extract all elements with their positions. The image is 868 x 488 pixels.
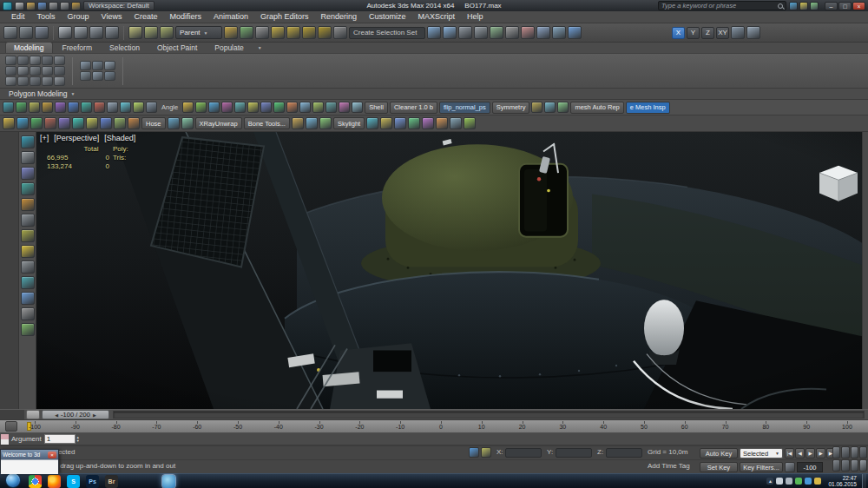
- side-tool-icon[interactable]: [21, 229, 35, 242]
- script-tool-icon[interactable]: [94, 102, 105, 113]
- script-tool-icon[interactable]: [81, 102, 92, 113]
- ribbon-tool-button[interactable]: [80, 71, 91, 81]
- side-tool-icon[interactable]: [21, 245, 35, 258]
- side-tool-icon[interactable]: [21, 276, 35, 289]
- ribbon-tab[interactable]: Modeling: [5, 42, 53, 53]
- axis-constraint-button[interactable]: XY: [716, 27, 729, 39]
- previous-frame-arrow-icon[interactable]: ◀: [55, 412, 58, 418]
- menu-item[interactable]: Help: [461, 11, 490, 23]
- ribbon-tool-button[interactable]: [17, 66, 29, 76]
- use-pivot-point-center-icon[interactable]: [224, 26, 238, 39]
- viewport-general-menu[interactable]: [+]: [40, 134, 49, 142]
- select-and-link-icon[interactable]: [3, 26, 17, 39]
- hose-button[interactable]: Hose: [141, 117, 166, 129]
- side-tool-icon[interactable]: [21, 260, 35, 274]
- render-production-icon[interactable]: [568, 26, 582, 39]
- zoom-icon[interactable]: [832, 446, 840, 458]
- menu-item[interactable]: Animation: [207, 11, 254, 23]
- script-tool-icon[interactable]: [68, 102, 79, 113]
- tray-messenger-icon[interactable]: [805, 478, 812, 485]
- side-tool-icon[interactable]: [21, 198, 35, 211]
- go-to-start-button[interactable]: |◀: [785, 448, 794, 458]
- select-and-move-icon[interactable]: [128, 26, 142, 39]
- ribbon-tool-button[interactable]: [5, 56, 16, 65]
- ribbon-tool-button[interactable]: [54, 66, 65, 76]
- containers-toolbar-icon[interactable]: [746, 26, 760, 39]
- auto-key-button[interactable]: Auto Key: [700, 448, 738, 458]
- ribbon-tool-button[interactable]: [5, 76, 16, 86]
- script-tool-icon[interactable]: [146, 102, 157, 113]
- x-coordinate-field[interactable]: [505, 448, 542, 458]
- script-tool-icon[interactable]: [352, 102, 363, 113]
- ribbon-tab[interactable]: Populate: [207, 43, 252, 53]
- menu-item[interactable]: Views: [95, 11, 128, 23]
- perspective-viewport[interactable]: [+] [Perspective] [Shaded] Total Poly: 6…: [36, 132, 862, 409]
- bone-tools-button[interactable]: Bone Tools...: [244, 117, 290, 129]
- custom-tool-icon[interactable]: [30, 117, 43, 129]
- next-frame-arrow-icon[interactable]: ▶: [93, 412, 96, 418]
- ribbon-tool-button[interactable]: [30, 66, 41, 76]
- save-file-icon[interactable]: [37, 2, 47, 10]
- menu-item[interactable]: Customize: [363, 11, 412, 23]
- select-by-name-icon[interactable]: [74, 26, 88, 39]
- script-tool-icon[interactable]: [133, 102, 144, 113]
- menu-item[interactable]: Graph Editors: [254, 11, 315, 23]
- menu-item[interactable]: MAXScript: [412, 11, 462, 23]
- side-tool-icon[interactable]: [21, 135, 35, 148]
- script-tool-icon[interactable]: [326, 102, 337, 113]
- axis-constraint-button[interactable]: X: [672, 27, 685, 39]
- redo-icon[interactable]: [60, 2, 69, 10]
- welcome-window[interactable]: Welcome to 3d ×: [0, 449, 59, 473]
- script-tool-icon[interactable]: [195, 102, 207, 113]
- y-coordinate-field[interactable]: [556, 448, 592, 458]
- select-object-icon[interactable]: [58, 26, 72, 39]
- ribbon-tool-button[interactable]: [42, 56, 53, 65]
- custom-tool-icon[interactable]: [100, 117, 112, 129]
- tray-expand-icon[interactable]: ▲: [766, 478, 773, 485]
- taskbar-clock[interactable]: 22:47 01.06.2015: [828, 475, 857, 487]
- custom-tool-icon[interactable]: [422, 117, 434, 129]
- keyboard-shortcut-override-icon[interactable]: [255, 26, 269, 39]
- ribbon-tool-button[interactable]: [30, 56, 41, 65]
- render-setup-icon[interactable]: [536, 26, 550, 39]
- taskbar-firefox-icon[interactable]: [48, 475, 61, 488]
- script-tool-icon[interactable]: [221, 102, 233, 113]
- ribbon-tool-button[interactable]: [104, 61, 115, 70]
- taskbar-photoshop-icon[interactable]: Ps: [86, 475, 99, 488]
- edit-named-selection-sets-icon[interactable]: [333, 26, 347, 39]
- ribbon-tool-button[interactable]: [5, 66, 16, 76]
- tray-network-icon[interactable]: [776, 478, 783, 485]
- custom-tool-icon[interactable]: [58, 117, 70, 129]
- massfx-toolbar-icon[interactable]: [731, 26, 745, 39]
- script-tool-icon[interactable]: [260, 102, 272, 113]
- maxscript-mini-listener[interactable]: [1, 434, 9, 445]
- custom-tool-icon[interactable]: [168, 117, 180, 129]
- custom-tool-icon[interactable]: [72, 117, 84, 129]
- custom-tool-icon[interactable]: [114, 117, 126, 129]
- select-and-scale-icon[interactable]: [160, 26, 174, 39]
- ribbon-tool-button[interactable]: [54, 56, 65, 65]
- script-tool-icon[interactable]: [299, 102, 311, 113]
- viewport-3d-scene[interactable]: [36, 132, 862, 409]
- script-button[interactable]: flip_normal_ps: [439, 102, 490, 114]
- script-tool-icon[interactable]: [208, 102, 220, 113]
- custom-tool-icon[interactable]: [464, 117, 476, 129]
- close-button[interactable]: ×: [852, 2, 865, 10]
- ribbon-tool-button[interactable]: [92, 61, 103, 70]
- key-mode-toggle-button[interactable]: [785, 462, 795, 472]
- reference-coordinate-system-dropdown[interactable]: Parent▼: [175, 26, 222, 39]
- script-tool-icon[interactable]: [312, 102, 324, 113]
- time-slider-handle[interactable]: ◀ -100 / 200 ▶: [42, 410, 109, 419]
- align-icon[interactable]: [443, 26, 457, 39]
- script-button[interactable]: Shell: [365, 102, 388, 114]
- spinner-arrows-icon[interactable]: ▲▼: [76, 436, 80, 443]
- ribbon-minimize-icon[interactable]: ▼: [258, 45, 262, 50]
- add-time-tag[interactable]: Add Time Tag: [648, 462, 690, 470]
- material-editor-icon[interactable]: [521, 26, 535, 39]
- custom-tool-icon[interactable]: [44, 117, 56, 129]
- ribbon-tab[interactable]: Selection: [102, 43, 148, 53]
- communication-center-icon[interactable]: [789, 2, 798, 10]
- manage-layers-icon[interactable]: [458, 26, 472, 39]
- welcome-title-bar[interactable]: Welcome to 3d ×: [1, 450, 58, 459]
- set-key-button[interactable]: Set Key: [700, 462, 738, 472]
